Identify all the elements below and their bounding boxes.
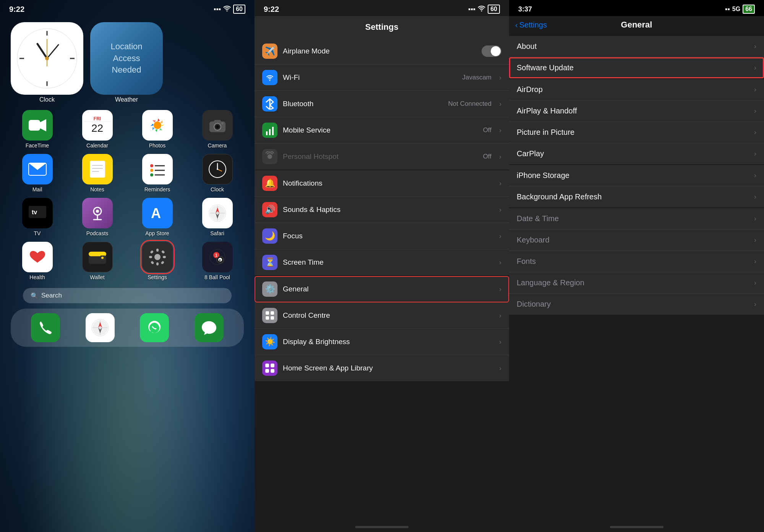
software-update-label: Software Update <box>517 63 749 72</box>
airplane-toggle[interactable] <box>482 45 501 57</box>
general-row-software-update[interactable]: Software Update › <box>509 57 764 78</box>
dock-safari[interactable] <box>86 313 115 342</box>
mail-label: Mail <box>32 186 42 192</box>
svg-text:tv: tv <box>32 209 37 215</box>
app-item-facetime[interactable]: FaceTime <box>9 110 65 149</box>
dock-messages[interactable] <box>195 313 224 342</box>
scroll-indicator-2 <box>355 526 409 528</box>
weather-widget-label: Weather <box>90 96 163 103</box>
time-3: 3:37 <box>518 5 532 13</box>
settings-row-display[interactable]: ☀️ Display & Brightness › <box>255 329 509 355</box>
settings-row-general[interactable]: ⚙️ General › <box>255 276 509 302</box>
general-chevron: › <box>499 285 501 293</box>
svg-point-50 <box>101 257 104 259</box>
svg-rect-82 <box>271 364 274 367</box>
app-item-notes[interactable]: Notes <box>69 154 125 192</box>
svg-rect-59 <box>161 261 164 265</box>
wallet-icon <box>82 242 113 272</box>
reminders-icon <box>142 154 173 184</box>
camera-label: Camera <box>208 142 227 149</box>
app-item-mail[interactable]: Mail <box>9 154 65 192</box>
weather-widget[interactable]: LocationAccessNeeded <box>90 22 163 95</box>
settings-row-screentime[interactable]: ⏳ Screen Time › <box>255 249 509 275</box>
network-section: ✈️ Airplane Mode Wi-Fi Javascam › Blueto… <box>255 38 509 170</box>
clock-widget[interactable] <box>11 22 83 95</box>
app-item-photos[interactable]: Photos <box>129 110 185 149</box>
app-item-clock[interactable]: Clock <box>189 154 245 192</box>
svg-text:8: 8 <box>219 259 221 262</box>
home-screen: 9:22 ▪▪▪ 60 <box>0 0 255 532</box>
general-row-pip[interactable]: Picture in Picture › <box>509 122 764 143</box>
search-bar[interactable]: 🔍 Search <box>23 288 232 303</box>
general-row-about[interactable]: About › <box>509 36 764 57</box>
general-row-keyboard[interactable]: Keyboard › <box>509 230 764 251</box>
settings-row-control[interactable]: Control Centre › <box>255 302 509 329</box>
svg-rect-77 <box>266 311 269 315</box>
airdrop-chevron: › <box>754 86 756 94</box>
settings-row-sounds[interactable]: 🔊 Sounds & Haptics › <box>255 197 509 223</box>
settings-row-wifi[interactable]: Wi-Fi Javascam › <box>255 65 509 91</box>
general-row-fonts[interactable]: Fonts › <box>509 251 764 272</box>
back-button[interactable]: ‹ Settings <box>515 21 547 29</box>
general-section-3: iPhone Storage › Background App Refresh … <box>509 165 764 207</box>
time-2: 9:22 <box>264 5 279 14</box>
language-chevron: › <box>754 279 756 287</box>
control-label: Control Centre <box>283 311 494 320</box>
app-item-appstore[interactable]: A App Store <box>129 198 185 236</box>
notifications-chevron: › <box>499 179 501 188</box>
general-row-iphone-storage[interactable]: iPhone Storage › <box>509 165 764 186</box>
settings-row-focus[interactable]: 🌙 Focus › <box>255 223 509 249</box>
svg-point-33 <box>217 168 218 170</box>
airdrop-label: AirDrop <box>517 85 749 94</box>
app-item-podcasts[interactable]: Podcasts <box>69 198 125 236</box>
bluetooth-icon <box>262 96 277 112</box>
general-page-title: General <box>621 20 652 30</box>
dock-whatsapp[interactable] <box>140 313 169 342</box>
app-item-calendar[interactable]: FRI 22 Calendar <box>69 110 125 149</box>
mobile-value: Off <box>483 126 491 134</box>
app-item-tv[interactable]: tv TV <box>9 198 65 236</box>
display-chevron: › <box>499 338 501 346</box>
general-section-4: Date & Time › Keyboard › Fonts › Languag… <box>509 208 764 315</box>
homescreen-chevron: › <box>499 364 501 372</box>
appstore-label: App Store <box>145 230 169 236</box>
svg-rect-78 <box>271 311 274 315</box>
calendar-icon: FRI 22 <box>82 110 113 141</box>
search-placeholder: Search <box>41 292 62 299</box>
app-item-camera[interactable]: Camera <box>189 110 245 149</box>
dock-phone[interactable] <box>31 313 60 342</box>
general-section-2: AirDrop › AirPlay & Handoff › Picture in… <box>509 79 764 164</box>
general-row-language[interactable]: Language & Region › <box>509 272 764 294</box>
app-item-settings[interactable]: Settings <box>129 242 185 280</box>
safari-label: Safari <box>210 230 224 236</box>
settings-row-airplane[interactable]: ✈️ Airplane Mode <box>255 38 509 65</box>
general-row-datetime[interactable]: Date & Time › <box>509 208 764 230</box>
tv-label: TV <box>34 230 41 236</box>
settings-row-mobile[interactable]: Mobile Service Off › <box>255 117 509 144</box>
svg-point-26 <box>150 169 153 172</box>
general-row-dictionary[interactable]: Dictionary › <box>509 294 764 315</box>
app-item-reminders[interactable]: Reminders <box>129 154 185 192</box>
clock-app-icon <box>202 154 233 184</box>
wifi-icon-2 <box>478 5 485 13</box>
settings-row-hotspot[interactable]: Personal Hotspot Off › <box>255 144 509 170</box>
settings-row-notifications[interactable]: 🔔 Notifications › <box>255 170 509 197</box>
bluetooth-chevron: › <box>499 100 501 108</box>
app-item-health[interactable]: Health <box>9 242 65 280</box>
settings-row-homescreen[interactable]: Home Screen & App Library › <box>255 355 509 381</box>
photos-label: Photos <box>149 142 166 149</box>
general-row-carplay[interactable]: CarPlay › <box>509 143 764 164</box>
general-row-bg-refresh[interactable]: Background App Refresh › <box>509 186 764 207</box>
settings-row-bluetooth[interactable]: Bluetooth Not Connected › <box>255 91 509 117</box>
general-row-airdrop[interactable]: AirDrop › <box>509 79 764 100</box>
facetime-icon <box>22 110 53 141</box>
8ballpool-label: 8 Ball Pool <box>204 274 230 280</box>
app-item-wallet[interactable]: Wallet <box>69 242 125 280</box>
wifi-value: Javascam <box>462 74 491 81</box>
general-row-airplay[interactable]: AirPlay & Handoff › <box>509 100 764 122</box>
app-item-8ballpool[interactable]: 18 8 Ball Pool <box>189 242 245 280</box>
screentime-label: Screen Time <box>283 258 494 267</box>
fonts-chevron: › <box>754 257 756 265</box>
app-item-safari[interactable]: Safari <box>189 198 245 236</box>
status-icons-3: ▪▪ 5G 66 <box>725 5 755 14</box>
